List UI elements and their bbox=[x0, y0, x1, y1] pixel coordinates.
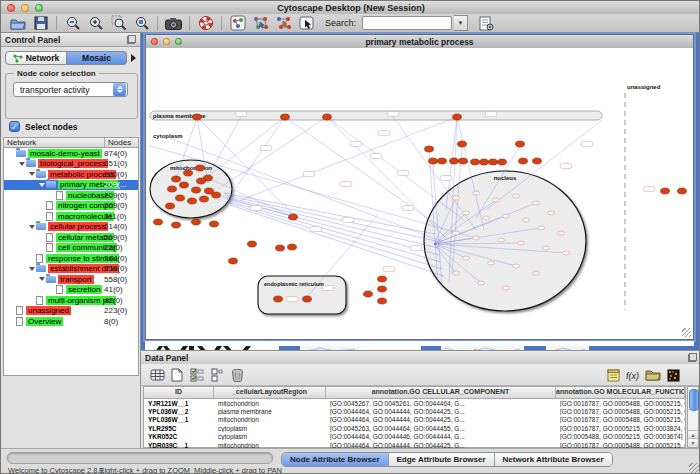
column-header-region[interactable]: _cellularLayoutRegion bbox=[214, 387, 326, 398]
graph-node[interactable] bbox=[453, 114, 462, 120]
graph-node[interactable] bbox=[166, 203, 175, 209]
graph-node[interactable] bbox=[480, 159, 489, 165]
tree-row[interactable]: cellular process614(0) bbox=[4, 222, 138, 233]
plasma-membrane-region[interactable] bbox=[150, 111, 602, 120]
tree-row-label[interactable]: mosaic-demo-yeast bbox=[28, 149, 102, 158]
table-cell[interactable]: YJR121W__1 bbox=[144, 400, 214, 407]
save-session-button[interactable] bbox=[30, 15, 51, 32]
tab-edge-attribute-browser[interactable]: Edge Attribute Browser bbox=[389, 453, 495, 466]
window-titlebar[interactable]: Cytoscape Desktop (New Session) bbox=[1, 1, 700, 15]
tree-row[interactable]: metabolic process280(0) bbox=[4, 169, 138, 180]
attribute-table-header[interactable]: ID _cellularLayoutRegion annotation.GO C… bbox=[144, 387, 685, 399]
attribute-table[interactable]: ID _cellularLayoutRegion annotation.GO C… bbox=[143, 386, 686, 448]
graph-node[interactable] bbox=[154, 219, 163, 225]
nucleus-node[interactable] bbox=[513, 264, 520, 268]
tree-row[interactable]: Overview8(0) bbox=[4, 316, 138, 327]
graph-node[interactable] bbox=[172, 176, 181, 182]
tree-row[interactable]: secretion41(0) bbox=[4, 285, 138, 296]
graph-node[interactable] bbox=[378, 298, 387, 304]
graph-node[interactable] bbox=[498, 159, 507, 165]
tree-row-label[interactable]: transport bbox=[58, 275, 94, 284]
attribute-table-button[interactable] bbox=[147, 366, 167, 384]
graph-node[interactable] bbox=[425, 146, 434, 152]
delete-attribute-trash-button[interactable] bbox=[227, 366, 247, 384]
nucleus-node[interactable] bbox=[523, 218, 530, 222]
scroll-down-arrow[interactable]: ▼ bbox=[688, 438, 698, 447]
graph-node[interactable] bbox=[364, 291, 373, 297]
frame-resize-grip[interactable] bbox=[682, 328, 691, 337]
tree-row-label[interactable]: biological_process bbox=[38, 159, 108, 168]
search-input[interactable] bbox=[362, 16, 452, 30]
graph-node[interactable] bbox=[188, 198, 197, 204]
graph-nodes[interactable] bbox=[154, 114, 687, 304]
new-attribute-button[interactable] bbox=[167, 366, 187, 384]
tab-node-attribute-browser[interactable]: Node Attribute Browser bbox=[282, 453, 389, 466]
select-attributes-button[interactable] bbox=[187, 366, 207, 384]
disclosure-arrow-icon[interactable] bbox=[27, 225, 36, 229]
nucleus-node[interactable] bbox=[473, 191, 480, 195]
heatmap-button[interactable] bbox=[663, 366, 683, 384]
graph-node[interactable] bbox=[193, 114, 202, 120]
select-mode-button[interactable] bbox=[296, 15, 317, 32]
tree-row[interactable]: response to stimulu264(0) bbox=[4, 253, 138, 264]
window-resize-grip[interactable] bbox=[689, 463, 699, 473]
network-view-frame[interactable]: primary metabolic process plasma membran… bbox=[145, 34, 694, 340]
graph-node[interactable] bbox=[459, 158, 468, 164]
table-cell[interactable]: YPL036W__2 bbox=[144, 408, 214, 415]
network-tree[interactable]: mosaic-demo-yeast874(0)biological_proces… bbox=[3, 148, 139, 376]
tree-row[interactable]: macromolecule311(0) bbox=[4, 211, 138, 222]
table-cell[interactable]: [GO:0005488, GO:0005215, GO:0003674] bbox=[556, 433, 685, 440]
table-cell[interactable]: YLR295C bbox=[144, 425, 214, 432]
float-data-panel-icon[interactable] bbox=[688, 353, 697, 362]
nucleus-node[interactable] bbox=[543, 246, 550, 250]
float-panel-icon[interactable] bbox=[127, 35, 136, 44]
tree-row-label[interactable]: secretion bbox=[66, 285, 102, 294]
tab-network-attribute-browser[interactable]: Network Attribute Browser bbox=[495, 453, 612, 466]
layout-network-button[interactable] bbox=[250, 15, 271, 32]
graph-node[interactable] bbox=[172, 222, 181, 228]
nucleus-node[interactable] bbox=[548, 211, 555, 215]
graph-node[interactable] bbox=[197, 178, 206, 184]
table-cell[interactable]: [GO:0045267, GO:0045261, GO:0044464, G..… bbox=[326, 400, 556, 407]
table-cell[interactable]: [GO:0044464, GO:0044446, GO:0044444, G..… bbox=[326, 433, 556, 440]
graph-node[interactable] bbox=[458, 141, 467, 147]
nucleus-node[interactable] bbox=[473, 236, 480, 240]
graph-node[interactable] bbox=[489, 159, 498, 165]
nucleus-node[interactable] bbox=[483, 216, 490, 220]
tree-row[interactable]: cell communicat22(0) bbox=[4, 243, 138, 254]
graph-node[interactable] bbox=[288, 244, 297, 250]
tree-header-network[interactable]: Network bbox=[4, 138, 105, 147]
select-nodes-checkbox[interactable]: ✓ bbox=[9, 121, 20, 132]
disclosure-arrow-icon[interactable] bbox=[37, 277, 46, 281]
graph-node[interactable] bbox=[378, 286, 387, 292]
tree-row[interactable]: transport558(0) bbox=[4, 274, 138, 285]
graph-node[interactable] bbox=[429, 158, 438, 164]
graph-node[interactable] bbox=[533, 158, 542, 164]
table-cell[interactable]: [GO:0045263, GO:0044464, GO:0044455, G..… bbox=[326, 425, 556, 432]
graph-node[interactable] bbox=[192, 187, 201, 193]
graph-node[interactable] bbox=[200, 196, 209, 202]
zoom-selected-button[interactable] bbox=[108, 15, 129, 32]
nucleus-node[interactable] bbox=[533, 201, 540, 205]
table-cell[interactable]: [GO:0016787, GO:0005488, GO:0005215, G..… bbox=[556, 400, 685, 407]
tree-row[interactable]: primary metabo209(... bbox=[4, 180, 138, 191]
graph-node[interactable] bbox=[276, 245, 285, 251]
graph-node[interactable] bbox=[192, 219, 201, 225]
nucleus-node[interactable] bbox=[478, 281, 485, 285]
background-windows-strip[interactable] bbox=[145, 341, 694, 350]
network-canvas[interactable]: plasma membrane cytoplasm mitochondrion … bbox=[146, 48, 693, 339]
tree-row[interactable]: mosaic-demo-yeast874(0) bbox=[4, 148, 138, 159]
tree-row[interactable]: establishment of lo558(0) bbox=[4, 264, 138, 275]
graph-node[interactable] bbox=[274, 296, 283, 302]
tab-network[interactable]: Network bbox=[5, 51, 67, 65]
graph-node[interactable] bbox=[303, 296, 312, 302]
graph-node[interactable] bbox=[168, 186, 177, 192]
nucleus-node[interactable] bbox=[463, 256, 470, 260]
nucleus-node[interactable] bbox=[488, 261, 495, 265]
nucleus-node[interactable] bbox=[463, 211, 470, 215]
table-cell[interactable]: [GO:0016787, GO:0005215, GO:0003824, G..… bbox=[556, 425, 685, 432]
formula-builder-button[interactable]: f(x) bbox=[623, 366, 643, 384]
table-scrollbar[interactable]: ▲ ▼ bbox=[687, 386, 699, 448]
column-header-molecular[interactable]: annotation.GO MOLECULAR_FUNCTION bbox=[556, 387, 685, 398]
nucleus-node[interactable] bbox=[533, 271, 540, 275]
